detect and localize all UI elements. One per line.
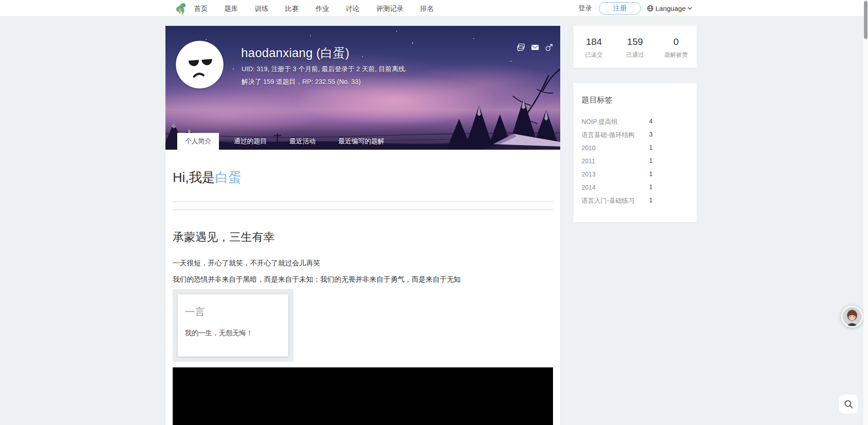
banner-artwork [165, 26, 560, 150]
tag-label: 2010 [582, 144, 596, 151]
stat-value: 159 [615, 36, 656, 47]
banner-user-meta: UID: 319, 注册于 3 个月前, 最后登录于 2 天前, 目前离线. [242, 65, 407, 73]
problem-tags-card: 题目标签 NOIP 提高组 4 语言基础-循环结构 3 2010 1 2011 … [573, 83, 697, 222]
assistant-avatar-image [843, 307, 862, 326]
tag-list: NOIP 提高组 4 语言基础-循环结构 3 2010 1 2011 1 201… [582, 117, 689, 210]
tag-row[interactable]: 2011 1 [582, 157, 689, 170]
banner-username: haodanxiang (白蛋) [241, 45, 349, 61]
bio-paragraph: 一天很短，开心了就笑，不开心了就过会儿再笑 [173, 258, 553, 268]
tag-label: 2013 [582, 171, 596, 178]
tag-count: 1 [649, 196, 653, 204]
stat-label: 题解被赞 [655, 51, 697, 59]
nav-item-discuss[interactable]: 讨论 [346, 0, 359, 17]
tags-card-title: 题目标签 [582, 95, 689, 105]
nav-item-home[interactable]: 首页 [194, 0, 208, 17]
tag-count: 3 [649, 131, 653, 138]
tag-label: NOIP 提高组 [582, 118, 618, 125]
user-avatar[interactable] [176, 41, 223, 88]
nav-item-problems[interactable]: 题库 [224, 0, 238, 17]
nav-item-homework[interactable]: 作业 [315, 0, 329, 17]
nav-item-records[interactable]: 评测记录 [376, 0, 403, 17]
tag-count: 1 [649, 157, 653, 164]
username-link[interactable]: 白蛋 [215, 170, 241, 185]
tag-row[interactable]: 语言基础-循环结构 3 [582, 131, 689, 144]
gender-male-icon [545, 43, 553, 52]
profile-banner: haodanxiang (白蛋) UID: 319, 注册于 3 个月前, 最后… [165, 26, 560, 150]
hitokoto-frame: 一言 我的一生，无怨无悔！ [173, 289, 293, 361]
banner-user-solved: 解决了 159 道题目，RP: 232.55 (No. 33) [242, 78, 361, 86]
stats-card: 184 已递交 159 已通过 0 题解被赞 [573, 26, 697, 68]
hitokoto-card: 一言 我的一生，无怨无悔！ [178, 294, 288, 357]
chevron-down-icon [688, 7, 692, 10]
hitokoto-title: 一言 [185, 305, 281, 319]
divider [173, 210, 553, 210]
stat-value: 0 [655, 36, 697, 47]
bio-paragraph: 我们的恐惧并非来自于黑暗，而是来自于未知；我们的无畏并非来自于勇气，而是来自于无… [173, 274, 553, 284]
tag-row[interactable]: NOIP 提高组 4 [582, 117, 689, 131]
tag-count: 1 [649, 170, 653, 177]
tag-label: 语言基础-循环结构 [582, 131, 635, 138]
profile-tabs: 个人简介 通过的题目 最近活动 最近编写的题解 [177, 133, 392, 150]
mail-icon[interactable] [531, 43, 539, 52]
search-icon [844, 400, 853, 409]
greeting-heading: Hi,我是白蛋 [173, 169, 553, 187]
tag-count: 4 [649, 117, 653, 125]
bio-content-card: Hi,我是白蛋 承蒙遇见，三生有幸 一天很短，开心了就笑，不开心了就过会儿再笑 … [165, 150, 560, 425]
language-label: Language [655, 5, 686, 12]
tag-row[interactable]: 2014 1 [582, 183, 689, 196]
tag-row[interactable]: 2013 1 [582, 170, 689, 183]
hitokoto-text: 我的一生，无怨无悔！ [185, 329, 281, 337]
tab-bio[interactable]: 个人简介 [177, 133, 219, 150]
stat-label: 已递交 [573, 51, 615, 59]
page-scrollbar-thumb[interactable] [864, 1, 868, 39]
login-link[interactable]: 登录 [578, 4, 592, 13]
avatar-face [176, 41, 223, 88]
tag-count: 1 [649, 183, 653, 191]
divider [173, 201, 553, 202]
page-scrollbar-track[interactable] [863, 0, 868, 425]
tab-solved-problems[interactable]: 通过的题目 [226, 133, 275, 150]
greeting-prefix: Hi,我是 [173, 170, 215, 185]
top-navbar: 首页 题库 训练 比赛 作业 讨论 评测记录 排名 登录 注册 Language [0, 0, 868, 17]
language-dropdown[interactable]: Language [647, 5, 692, 12]
embedded-video-player[interactable] [173, 367, 553, 425]
nav-item-contest[interactable]: 比赛 [285, 0, 299, 17]
tab-recent-activity[interactable]: 最近活动 [282, 133, 324, 150]
tag-row[interactable]: 语言入门-基础练习 1 [582, 196, 689, 210]
nav-item-ranking[interactable]: 排名 [420, 0, 434, 17]
stat-value: 184 [573, 36, 615, 47]
stat-accepted: 159 已通过 [615, 36, 656, 68]
stat-submitted: 184 已递交 [573, 36, 615, 68]
message-icon[interactable] [517, 43, 525, 52]
nav-item-training[interactable]: 训练 [255, 0, 268, 17]
assistant-avatar-button[interactable] [841, 306, 863, 327]
stat-solution-likes: 0 题解被赞 [655, 36, 697, 68]
tag-label: 语言入门-基础练习 [582, 197, 635, 204]
tag-row[interactable]: 2010 1 [582, 144, 689, 157]
tag-count: 1 [649, 144, 653, 151]
main-menu: 首页 题库 训练 比赛 作业 讨论 评测记录 排名 [194, 0, 434, 17]
search-button[interactable] [839, 395, 858, 414]
tag-label: 2011 [582, 157, 595, 165]
tag-label: 2014 [582, 184, 596, 191]
stat-label: 已通过 [615, 51, 656, 59]
section-heading: 承蒙遇见，三生有幸 [173, 230, 553, 244]
tab-recent-solutions[interactable]: 最近编写的题解 [331, 133, 393, 150]
globe-icon [647, 5, 654, 12]
hydro-dino-logo-icon[interactable] [175, 2, 187, 15]
register-button[interactable]: 注册 [599, 2, 641, 15]
